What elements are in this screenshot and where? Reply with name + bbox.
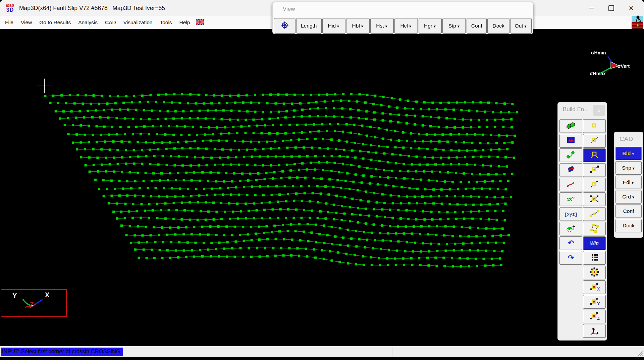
dropdown-arrow-icon: ▼	[524, 25, 527, 28]
menu-file[interactable]: File	[1, 19, 17, 26]
menu-tools[interactable]: Tools	[156, 19, 175, 26]
snap-endpoint-button[interactable]	[583, 163, 606, 177]
cad-panel-title: CAD	[620, 135, 633, 143]
cad-panel: CAD Bld▼Snp▼Edi▼Grd▼ConfDock	[614, 132, 643, 238]
cad-grd-button[interactable]: Grd▼	[615, 190, 642, 204]
lock-z-button[interactable]: Z	[583, 310, 606, 323]
lock-y-button[interactable]: Y	[583, 295, 606, 309]
build-blocks-button[interactable]	[559, 119, 582, 133]
sigma-hmin-label: σHmin	[591, 50, 606, 55]
lock-y-icon: Y	[589, 297, 600, 307]
view-hbl-button[interactable]: Hbl▼	[346, 18, 370, 34]
snap-midpoint-button[interactable]	[583, 134, 606, 148]
dropdown-arrow-icon: ▼	[336, 25, 340, 28]
menu-analysis[interactable]: Analysis	[74, 19, 101, 26]
build-panel-close-button[interactable]: x	[593, 105, 605, 116]
window-select-button[interactable]: Win	[583, 236, 606, 250]
stretch-points-button[interactable]	[583, 222, 606, 235]
axis-origin-icon	[589, 326, 600, 336]
snap-off-button[interactable]	[583, 119, 606, 133]
menu-bar-items: FileViewGo to ResultsAnalysisCADVisualiz…	[1, 19, 194, 26]
lock-z-icon: Z	[589, 311, 600, 322]
snap-center-icon	[589, 267, 600, 278]
sigma-hmax-label: σHmax	[590, 71, 606, 76]
build-freehand-button[interactable]	[559, 192, 582, 206]
build-segments-icon	[565, 179, 577, 190]
build-panel-title: Build En...	[563, 106, 589, 113]
axis-y-label: Y	[12, 292, 17, 299]
axis-x-label: X	[45, 291, 50, 299]
spline-points-button[interactable]	[583, 207, 606, 221]
dropdown-arrow-icon: ▼	[457, 25, 460, 28]
pick-window-button[interactable]	[583, 148, 606, 162]
cad-bld-button[interactable]: Bld▼	[615, 147, 642, 160]
lock-x-button[interactable]: X	[583, 280, 606, 294]
menu-visualization[interactable]: Visualization	[120, 19, 156, 26]
redo-icon: ↷	[568, 254, 574, 262]
fault-grid-canvas[interactable]	[0, 29, 644, 346]
redo-button[interactable]: ↷	[559, 251, 582, 265]
undo-button[interactable]: ↶	[559, 236, 582, 250]
build-freehand-icon	[565, 194, 577, 205]
build-layers-button[interactable]	[559, 163, 582, 177]
button-label: Snp	[622, 165, 631, 171]
build-segments-button[interactable]	[559, 178, 582, 191]
map3d-window: Map 3D Map3D(x64) Fault Slip V72 #5678 M…	[0, 0, 644, 360]
button-label: Bld	[623, 150, 631, 156]
coordinates-xyz-button[interactable]: [xyz]	[559, 207, 582, 221]
build-polyline-icon	[565, 150, 577, 161]
map3d-logo-icon: Map 3D	[4, 3, 16, 13]
minimize-button[interactable]	[581, 1, 601, 15]
mine-headframe-icon	[631, 15, 644, 31]
cad-snp-button[interactable]: Snp▼	[615, 161, 642, 175]
menu-view[interactable]: View	[17, 19, 36, 26]
pick-window-icon	[589, 150, 600, 161]
menu-go-to-results[interactable]: Go to Results	[36, 19, 74, 26]
view-length-button[interactable]: Length	[296, 18, 322, 34]
resize-grip[interactable]	[636, 350, 643, 357]
view-hcl-button[interactable]: Hcl▼	[394, 18, 418, 34]
svg-text:Z: Z	[597, 316, 600, 320]
view-hid-button[interactable]: Hid▼	[322, 18, 346, 34]
menu-cad[interactable]: CAD	[101, 19, 120, 26]
snap-center-button[interactable]	[583, 266, 606, 279]
axis-origin-button[interactable]	[583, 324, 606, 338]
view-target-icon	[281, 21, 288, 30]
dropdown-arrow-icon: ▼	[409, 25, 412, 28]
lock-x-icon: X	[589, 282, 600, 292]
cad-edi-button[interactable]: Edi▼	[615, 176, 642, 189]
move-up-button[interactable]	[559, 222, 582, 235]
grid-points-button[interactable]	[583, 251, 606, 265]
button-label: Out	[515, 23, 523, 29]
close-button[interactable]: ✕	[621, 1, 641, 15]
view-hst-button[interactable]: Hst▼	[370, 18, 394, 34]
snap-intersection-icon	[589, 194, 600, 205]
language-flag-icon[interactable]	[196, 19, 204, 26]
snap-intersection-button[interactable]	[583, 192, 606, 206]
view-out-button[interactable]: Out▼	[510, 18, 532, 34]
menu-help[interactable]: Help	[176, 19, 194, 26]
view-hgr-button[interactable]: Hgr▼	[419, 18, 442, 34]
snap-nearest-button[interactable]	[583, 178, 606, 191]
dropdown-arrow-icon: ▼	[361, 25, 364, 28]
button-label: Grd	[622, 194, 631, 200]
grid-points-icon	[589, 253, 600, 263]
status-bar: INPUT: Select first corner of crossin CR…	[0, 346, 644, 358]
button-label: Edi	[623, 179, 630, 185]
model-viewport[interactable]: σHmin σVert σHmax	[0, 29, 644, 346]
button-label: Conf	[623, 208, 634, 214]
cad-dock-button[interactable]: Dock	[615, 219, 642, 232]
view-toolbar-buttons: LengthHid▼Hbl▼Hst▼Hcl▼Hgr▼Stp▼ConfDockOu…	[274, 18, 532, 33]
cad-conf-button[interactable]: Conf	[615, 205, 642, 218]
build-surfaces-button[interactable]	[559, 134, 582, 148]
view-dock-button[interactable]: Dock	[487, 18, 509, 34]
view-conf-button[interactable]: Conf	[467, 18, 487, 34]
build-polyline-button[interactable]	[559, 148, 582, 162]
snap-off-icon	[589, 121, 600, 132]
status-divider	[392, 347, 392, 357]
view-stp-button[interactable]: Stp▼	[442, 18, 466, 34]
button-label: Hbl	[352, 23, 360, 29]
view-target-button[interactable]	[274, 18, 296, 34]
maximize-button[interactable]	[601, 1, 621, 15]
stress-orientation-indicator: σHmin σVert σHmax	[583, 48, 637, 78]
